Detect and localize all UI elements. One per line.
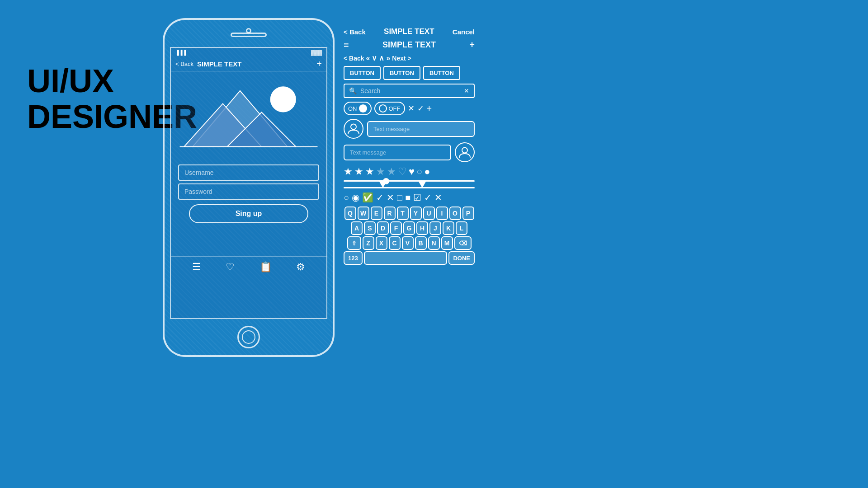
home-inner-circle [242, 330, 255, 344]
radio-filled[interactable]: ◉ [352, 192, 359, 203]
mountains-illustration [175, 76, 322, 157]
bubble-outline-icon[interactable]: ○ [416, 166, 422, 178]
buttons-row: BUTTON BUTTON BUTTON [344, 66, 475, 80]
key-D[interactable]: D [377, 221, 389, 235]
key-G[interactable]: G [403, 221, 415, 235]
heart-filled-icon[interactable]: ♥ [409, 166, 415, 178]
menu-icon[interactable]: ☰ [192, 261, 201, 273]
key-K[interactable]: K [443, 221, 454, 235]
keyboard-row-3: ⇧ Z X C V B N M ⌫ [344, 236, 475, 250]
key-backspace[interactable]: ⌫ [454, 236, 472, 250]
key-Q[interactable]: Q [344, 206, 356, 220]
slider-1-container [344, 180, 475, 182]
key-M[interactable]: M [441, 236, 453, 250]
key-T[interactable]: T [397, 206, 409, 220]
key-I[interactable]: I [436, 206, 448, 220]
star-5-empty[interactable]: ★ [387, 166, 396, 178]
check-circle-check[interactable]: ✅ [362, 192, 373, 203]
slider-2-track [344, 187, 475, 188]
signal-icon: ▐▐▐ [175, 50, 186, 55]
toggle-on[interactable]: ON [344, 102, 372, 115]
menu-icon[interactable]: ≡ [344, 40, 349, 50]
x-circle-icon[interactable]: ✕ [387, 192, 394, 203]
signup-button[interactable]: Sing up [189, 204, 308, 223]
search-bar[interactable]: 🔍 Search ✕ [344, 84, 475, 98]
phone-back-button[interactable]: < Back [175, 61, 193, 67]
radio-empty[interactable]: ○ [344, 192, 349, 203]
key-F[interactable]: F [390, 221, 402, 235]
star-4-empty[interactable]: ★ [376, 166, 385, 178]
rating-row: ★ ★ ★ ★ ★ ♡ ♥ ○ ● [344, 166, 475, 178]
slider-2-thumb2[interactable] [419, 182, 426, 188]
panel-nav-title: SIMPLE TEXT [368, 27, 451, 36]
key-E[interactable]: E [371, 206, 382, 220]
key-done[interactable]: DONE [448, 251, 475, 265]
key-U[interactable]: U [423, 206, 435, 220]
password-field[interactable]: Password [178, 183, 319, 200]
up-arrow[interactable]: ∧ [379, 54, 384, 62]
key-O[interactable]: O [449, 206, 461, 220]
edit-icon[interactable]: 📋 [259, 261, 272, 273]
star-2-filled[interactable]: ★ [354, 166, 363, 178]
add-icon[interactable]: + [469, 40, 475, 50]
username-field[interactable]: Username [178, 164, 319, 181]
toggle-row: ON OFF ✕ ✓ + [344, 102, 475, 115]
button-3[interactable]: BUTTON [423, 66, 460, 80]
next-button[interactable]: Next > [392, 55, 411, 62]
key-numbers[interactable]: 123 [344, 251, 363, 265]
phone-add-button[interactable]: + [316, 59, 322, 69]
x-symbol: ✕ [408, 103, 415, 113]
header-title: SIMPLE TEXT [353, 40, 466, 50]
key-N[interactable]: N [428, 236, 440, 250]
key-Y[interactable]: Y [410, 206, 422, 220]
bubble-filled-icon[interactable]: ● [424, 166, 430, 178]
svg-point-6 [462, 148, 467, 153]
back-arrow-button[interactable]: < Back [344, 55, 364, 62]
message-row-1: Text message [344, 119, 475, 139]
star-3-filled[interactable]: ★ [365, 166, 374, 178]
key-W[interactable]: W [358, 206, 369, 220]
double-right-arrow[interactable]: » [386, 54, 390, 62]
toggle-on-label: ON [348, 105, 357, 112]
phone-home-button[interactable] [237, 326, 260, 348]
key-H[interactable]: H [416, 221, 428, 235]
key-S[interactable]: S [364, 221, 376, 235]
button-2[interactable]: BUTTON [383, 66, 420, 80]
message-bubble-right[interactable]: Text message [367, 121, 475, 137]
toggle-off-label: OFF [389, 105, 401, 112]
square-x[interactable]: ✕ [434, 192, 442, 203]
double-left-arrow[interactable]: « [366, 54, 370, 62]
heart-outline-icon[interactable]: ♡ [398, 166, 407, 178]
panel-cancel-button[interactable]: Cancel [453, 28, 475, 36]
key-A[interactable]: A [351, 221, 363, 235]
slider-2-thumb1[interactable] [379, 182, 387, 188]
toggle-off[interactable]: OFF [374, 102, 405, 115]
key-J[interactable]: J [429, 221, 441, 235]
star-1-filled[interactable]: ★ [344, 166, 353, 178]
key-V[interactable]: V [402, 236, 414, 250]
key-P[interactable]: P [462, 206, 474, 220]
down-arrow[interactable]: ∨ [372, 54, 377, 62]
panel-back-button[interactable]: < Back [344, 28, 366, 36]
button-1[interactable]: BUTTON [344, 66, 381, 80]
key-C[interactable]: C [389, 236, 401, 250]
key-shift[interactable]: ⇧ [347, 236, 361, 250]
clear-button[interactable]: ✕ [464, 87, 469, 94]
square-check[interactable]: ☑ [413, 192, 421, 203]
phone-speaker [231, 33, 267, 37]
square-filled[interactable]: ■ [405, 192, 410, 203]
square-check2[interactable]: ✓ [424, 192, 432, 203]
square-empty[interactable]: □ [397, 192, 402, 203]
key-R[interactable]: R [384, 206, 396, 220]
check-symbol: ✓ [417, 103, 424, 113]
panel-top-nav: < Back SIMPLE TEXT Cancel [344, 27, 475, 36]
check-circle-check2[interactable]: ✓ [376, 192, 384, 203]
key-L[interactable]: L [456, 221, 467, 235]
key-B[interactable]: B [415, 236, 427, 250]
message-bubble-left[interactable]: Text message [344, 145, 451, 160]
key-space[interactable] [364, 251, 448, 265]
settings-icon[interactable]: ⚙ [296, 261, 305, 273]
key-Z[interactable]: Z [363, 236, 374, 250]
key-X[interactable]: X [376, 236, 387, 250]
heart-icon[interactable]: ♡ [226, 261, 235, 273]
